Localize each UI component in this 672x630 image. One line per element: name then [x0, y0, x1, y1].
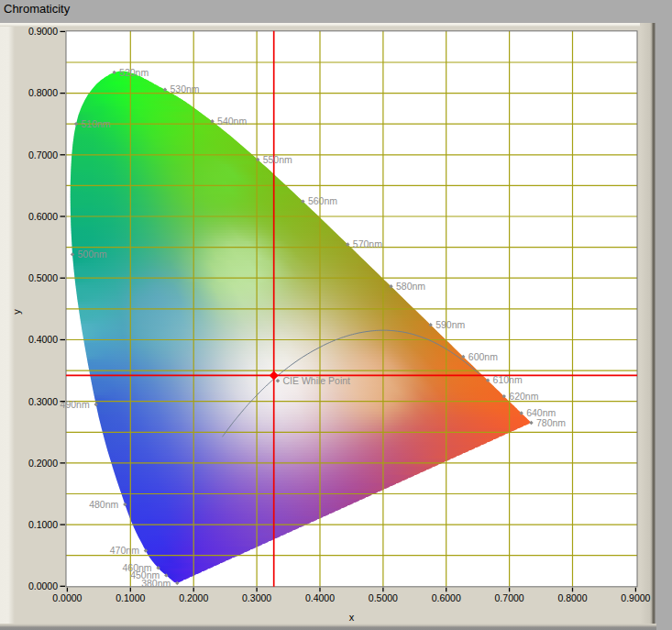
svg-text:0.8000: 0.8000 [557, 592, 587, 603]
svg-text:0.6000: 0.6000 [28, 211, 58, 222]
svg-text:510nm: 510nm [82, 118, 111, 129]
svg-text:0.9000: 0.9000 [28, 26, 58, 37]
svg-text:590nm: 590nm [435, 319, 465, 330]
svg-text:620nm: 620nm [509, 391, 538, 402]
svg-text:0.2000: 0.2000 [179, 592, 208, 603]
svg-text:CIE While Point: CIE While Point [283, 375, 351, 386]
svg-text:610nm: 610nm [493, 374, 523, 385]
svg-text:0.2000: 0.2000 [28, 458, 58, 469]
svg-text:0.9000: 0.9000 [621, 592, 650, 603]
svg-text:y: y [11, 309, 22, 315]
svg-text:0.1000: 0.1000 [28, 519, 58, 530]
svg-text:550nm: 550nm [263, 154, 292, 165]
svg-text:380nm: 380nm [141, 578, 171, 589]
svg-text:0.6000: 0.6000 [432, 592, 461, 603]
svg-text:x: x [349, 612, 355, 623]
svg-text:0.3000: 0.3000 [28, 396, 58, 407]
svg-text:470nm: 470nm [110, 545, 139, 556]
svg-text:520nm: 520nm [119, 67, 149, 78]
svg-text:500nm: 500nm [78, 249, 107, 260]
svg-text:570nm: 570nm [353, 238, 382, 249]
svg-text:0.7000: 0.7000 [495, 592, 524, 603]
svg-text:0.4000: 0.4000 [28, 334, 58, 345]
svg-text:540nm: 540nm [217, 116, 247, 127]
svg-text:0.3000: 0.3000 [242, 592, 271, 603]
svg-text:0.0000: 0.0000 [52, 592, 82, 603]
svg-text:600nm: 600nm [468, 351, 498, 362]
svg-text:580nm: 580nm [396, 281, 425, 292]
svg-text:0.8000: 0.8000 [28, 87, 58, 98]
svg-text:0.4000: 0.4000 [305, 592, 335, 603]
svg-text:0.0000: 0.0000 [28, 580, 58, 591]
svg-text:0.5000: 0.5000 [28, 272, 58, 283]
svg-text:0.1000: 0.1000 [116, 592, 145, 603]
svg-text:530nm: 530nm [171, 83, 200, 94]
svg-text:0.5000: 0.5000 [369, 592, 398, 603]
svg-text:560nm: 560nm [308, 195, 337, 206]
svg-text:490nm: 490nm [61, 399, 90, 410]
svg-text:780nm: 780nm [536, 417, 566, 428]
svg-text:480nm: 480nm [89, 499, 118, 510]
svg-text:0.7000: 0.7000 [28, 149, 58, 160]
